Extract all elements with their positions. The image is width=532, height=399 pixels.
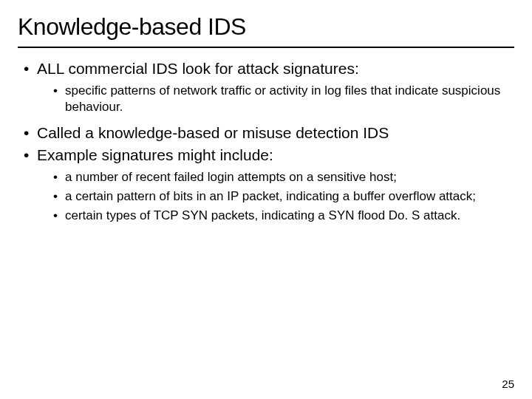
list-item: certain types of TCP SYN packets, indica…: [53, 208, 514, 224]
sub-list: specific patterns of network traffic or …: [37, 83, 514, 115]
page-number: 25: [502, 378, 514, 390]
bullet-text: certain types of TCP SYN packets, indica…: [65, 208, 460, 222]
bullet-text: a number of recent failed login attempts…: [65, 170, 397, 184]
bullet-text: a certain pattern of bits in an IP packe…: [65, 189, 476, 203]
list-item: Example signatures might include: a numb…: [24, 145, 514, 225]
bullet-text: Example signatures might include:: [37, 146, 273, 163]
title-underline: [18, 47, 514, 48]
bullet-text: ALL commercial IDS look for attack signa…: [37, 60, 359, 77]
list-item: Called a knowledge-based or misuse detec…: [24, 123, 514, 143]
bullet-text: Called a knowledge-based or misuse detec…: [37, 124, 389, 141]
list-item: a number of recent failed login attempts…: [53, 169, 514, 185]
list-item: a certain pattern of bits in an IP packe…: [53, 188, 514, 205]
bullet-list: ALL commercial IDS look for attack signa…: [18, 58, 514, 224]
sub-list: a number of recent failed login attempts…: [37, 169, 514, 224]
list-item: specific patterns of network traffic or …: [53, 83, 514, 115]
bullet-text: specific patterns of network traffic or …: [65, 83, 500, 114]
slide-title: Knowledge-based IDS: [18, 13, 514, 41]
list-item: ALL commercial IDS look for attack signa…: [24, 58, 514, 115]
